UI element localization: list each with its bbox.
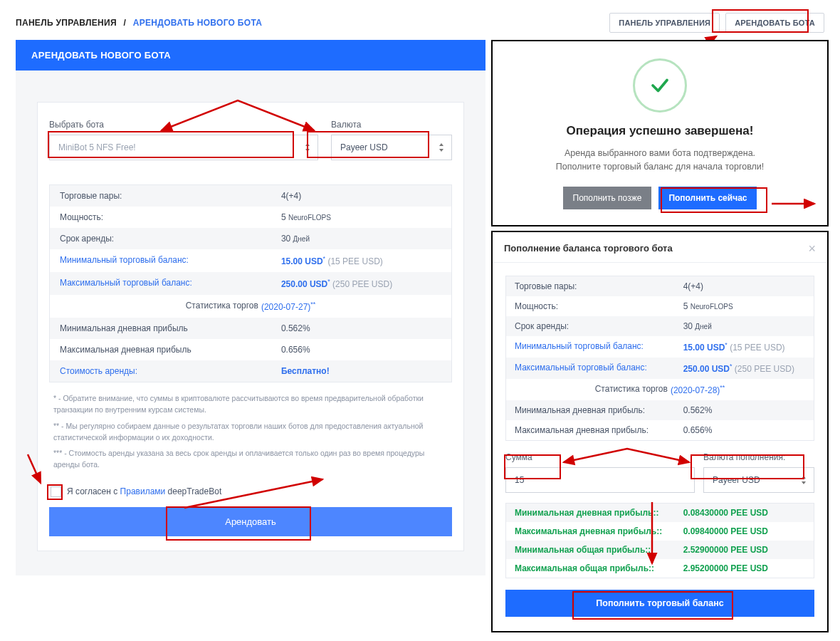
topup-now-button[interactable]: Пополнить сейчас (658, 187, 757, 209)
breadcrumb-dashboard[interactable]: ПАНЕЛЬ УПРАВЛЕНИЯ (16, 18, 117, 28)
check-circle-icon (633, 58, 687, 113)
rent-button[interactable]: Арендовать (49, 507, 452, 536)
agree-text: Я согласен с Правилами deepTradeBot (67, 486, 221, 496)
table-row: Максимальная дневная прибыль::0.09840000… (506, 522, 814, 541)
table-row: Минимальный торговый баланс:15.00 USD* (… (506, 336, 814, 358)
table-row: Торговые пары:4(+4) (50, 185, 451, 207)
breadcrumb-sep: / (124, 18, 127, 28)
table-row: Минимальная дневная прибыль:0.562% (506, 400, 814, 420)
table-row: Максимальная дневная прибыль0.656% (50, 339, 451, 360)
topup-currency-value: Payeer USD (713, 475, 760, 485)
breadcrumb-current: АРЕНДОВАТЬ НОВОГО БОТА (133, 18, 262, 28)
agree-checkbox[interactable] (51, 486, 61, 497)
table-row: Максимальная дневная прибыль:0.656% (506, 420, 814, 440)
stats-header-row: Статистика торгов (2020-07-28)** (506, 379, 814, 400)
table-row: Срок аренды:30 Дней (506, 316, 814, 336)
agree-row[interactable]: Я согласен с Правилами deepTradeBot (49, 478, 452, 507)
table-row: Максимальная общая прибыль::2.95200000 P… (506, 559, 814, 578)
select-bot-value: MiniBot 5 NFS Free! (58, 142, 136, 152)
amount-label: Сумма (505, 452, 695, 462)
table-row: Срок аренды:30 Дней (50, 228, 451, 249)
topup-later-button[interactable]: Пополнить позже (563, 187, 652, 209)
amount-input[interactable]: 15 (505, 467, 695, 493)
profit-table: Минимальная дневная прибыль::0.08430000 … (505, 503, 814, 578)
modal-title: Операция успешно завершена! (507, 124, 813, 138)
topup-modal: Пополнение баланса торгового бота × Торг… (491, 231, 829, 632)
table-row: Минимальная дневная прибыль0.562% (50, 318, 451, 339)
table-row: Минимальная дневная прибыль::0.08430000 … (506, 504, 814, 522)
panel-title: АРЕНДОВАТЬ НОВОГО БОТА (16, 40, 485, 71)
topup-currency-select[interactable]: Payeer USD (703, 467, 814, 493)
topup-submit-button[interactable]: Пополнить торговый баланс (505, 590, 814, 617)
success-modal: Операция успешно завершена! Аренда выбра… (491, 40, 829, 226)
select-bot[interactable]: MiniBot 5 NFS Free! (49, 135, 318, 160)
table-row: Мощность:5 NeuroFLOPS (506, 296, 814, 316)
rules-link[interactable]: Правилами (120, 486, 166, 496)
nav-dashboard-button[interactable]: ПАНЕЛЬ УПРАВЛЕНИЯ (609, 13, 720, 33)
table-row: Минимальный торговый баланс:15.00 USD* (… (50, 249, 451, 272)
table-row: Минимальная общая прибыль::2.52900000 PE… (506, 541, 814, 559)
topup-modal-title: Пополнение баланса торгового бота (504, 243, 673, 254)
topup-stats-table: Торговые пары:4(+4) Мощность:5 NeuroFLOP… (505, 276, 814, 441)
nav-rent-bot-button[interactable]: АРЕНДОВАТЬ БОТА (725, 13, 824, 33)
modal-text: Аренда выбранного вами бота подтверждена… (507, 147, 813, 174)
close-icon[interactable]: × (808, 242, 816, 255)
topup-currency-label: Валюта пополнения: (703, 452, 814, 462)
table-row: Максимальный торговый баланс:250.00 USD*… (506, 358, 814, 379)
footnotes: * - Обратите внимание, что суммы в крипт… (49, 382, 452, 478)
currency-label: Валюта (331, 120, 452, 130)
select-bot-label: Выбрать бота (49, 120, 318, 130)
bot-stats-table: Торговые пары:4(+4) Мощность:5 NeuroFLOP… (49, 184, 452, 382)
table-row: Мощность:5 NeuroFLOPS (50, 207, 451, 228)
currency-select[interactable]: Payeer USD (331, 135, 452, 160)
breadcrumb: ПАНЕЛЬ УПРАВЛЕНИЯ / АРЕНДОВАТЬ НОВОГО БО… (16, 18, 262, 28)
table-row: Стоимость аренды:Бесплатно! (50, 360, 451, 382)
currency-value: Payeer USD (340, 142, 388, 152)
table-row: Максимальный торговый баланс:250.00 USD*… (50, 272, 451, 295)
stats-header-row: Статистика торгов (2020-07-27)** (50, 295, 451, 318)
table-row: Торговые пары:4(+4) (506, 276, 814, 296)
